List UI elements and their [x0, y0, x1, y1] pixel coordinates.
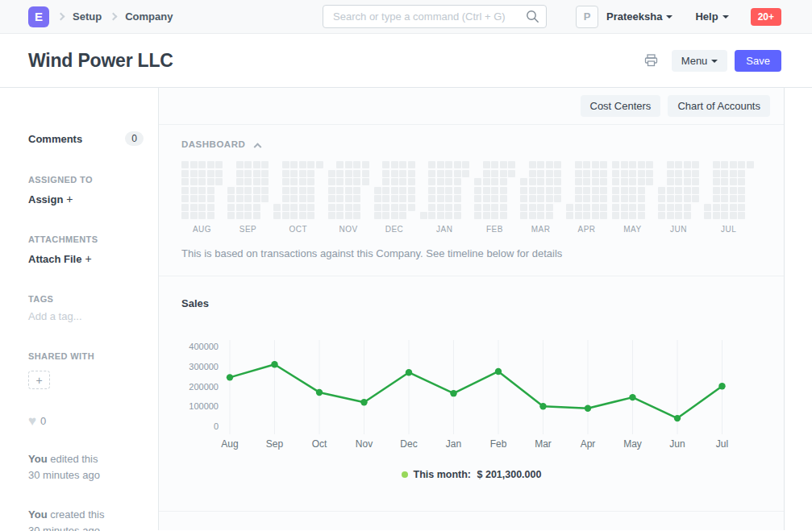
heatmap-cell[interactable]: [629, 161, 636, 168]
heatmap-cell[interactable]: [345, 170, 352, 177]
heatmap-cell[interactable]: [215, 178, 223, 185]
heatmap-cell[interactable]: [592, 178, 599, 185]
chart-of-accounts-button[interactable]: Chart of Accounts: [668, 95, 770, 117]
heatmap-cell[interactable]: [575, 187, 582, 194]
heatmap-cell[interactable]: [253, 212, 260, 219]
heatmap-cell[interactable]: [537, 195, 544, 202]
heatmap-cell[interactable]: [667, 170, 674, 177]
chart-point[interactable]: [629, 394, 635, 400]
save-button[interactable]: Save: [735, 50, 781, 72]
heatmap-cell[interactable]: [391, 170, 398, 177]
heatmap-cell[interactable]: [592, 170, 599, 177]
heatmap-cell[interactable]: [491, 178, 498, 185]
heatmap-cell[interactable]: [190, 204, 198, 211]
heatmap-cell[interactable]: [307, 187, 314, 194]
heatmap-cell[interactable]: [537, 170, 544, 177]
heatmap-cell[interactable]: [207, 161, 214, 168]
heatmap-cell[interactable]: [692, 170, 699, 177]
heatmap-cell[interactable]: [437, 161, 444, 168]
heatmap-cell[interactable]: [198, 204, 206, 211]
heatmap-cell[interactable]: [290, 195, 298, 202]
heatmap-cell[interactable]: [713, 212, 720, 219]
heatmap-cell[interactable]: [554, 178, 561, 185]
heatmap-cell[interactable]: [667, 178, 674, 185]
heatmap-cell[interactable]: [600, 178, 607, 185]
heatmap-cell[interactable]: [684, 187, 691, 194]
heatmap-cell[interactable]: [428, 161, 435, 168]
heatmap-cell[interactable]: [621, 204, 628, 211]
heatmap-cell[interactable]: [704, 204, 711, 211]
heatmap-cell[interactable]: [399, 212, 406, 219]
heatmap-cell[interactable]: [629, 170, 636, 177]
heatmap-cell[interactable]: [583, 161, 590, 168]
heatmap-cell[interactable]: [236, 178, 244, 185]
heatmap-cell[interactable]: [244, 212, 252, 219]
heatmap-cell[interactable]: [592, 204, 599, 211]
heatmap-cell[interactable]: [273, 204, 281, 211]
heatmap-cell[interactable]: [491, 161, 498, 168]
heatmap-cell[interactable]: [236, 195, 244, 202]
heatmap-cell[interactable]: [181, 204, 189, 211]
heatmap-cell[interactable]: [198, 170, 206, 177]
heatmap-cell[interactable]: [675, 178, 682, 185]
heatmap-cell[interactable]: [198, 195, 206, 202]
heatmap-cell[interactable]: [353, 178, 360, 185]
heatmap-cell[interactable]: [244, 161, 252, 168]
heatmap-cell[interactable]: [374, 212, 381, 219]
heatmap-cell[interactable]: [307, 204, 314, 211]
heatmap-cell[interactable]: [362, 170, 369, 177]
heatmap-cell[interactable]: [236, 170, 244, 177]
heatmap-cell[interactable]: [382, 178, 389, 185]
heatmap-cell[interactable]: [583, 212, 590, 219]
heatmap-cell[interactable]: [554, 170, 561, 177]
heatmap-cell[interactable]: [374, 187, 381, 194]
heatmap-cell[interactable]: [500, 187, 507, 194]
heatmap-cell[interactable]: [529, 212, 536, 219]
heatmap-cell[interactable]: [721, 212, 728, 219]
user-menu[interactable]: Prateeksha: [606, 10, 673, 23]
heatmap-cell[interactable]: [730, 187, 737, 194]
heatmap-cell[interactable]: [353, 204, 360, 211]
heatmap-cell[interactable]: [336, 204, 344, 211]
heatmap-cell[interactable]: [684, 204, 691, 211]
heatmap-cell[interactable]: [236, 212, 244, 219]
heatmap-cell[interactable]: [190, 170, 198, 177]
heatmap-cell[interactable]: [621, 187, 628, 194]
heatmap-cell[interactable]: [600, 204, 607, 211]
heatmap-cell[interactable]: [282, 212, 289, 219]
heatmap-cell[interactable]: [408, 204, 415, 211]
heatmap-cell[interactable]: [658, 195, 665, 202]
heatmap-cell[interactable]: [684, 161, 691, 168]
heatmap-cell[interactable]: [529, 204, 536, 211]
heatmap-cell[interactable]: [399, 187, 406, 194]
heatmap-cell[interactable]: [629, 195, 636, 202]
heatmap-cell[interactable]: [328, 212, 335, 219]
heatmap-cell[interactable]: [600, 187, 607, 194]
heatmap-cell[interactable]: [244, 195, 252, 202]
heatmap-cell[interactable]: [307, 161, 314, 168]
heatmap-cell[interactable]: [454, 195, 461, 202]
heatmap-cell[interactable]: [721, 204, 728, 211]
heatmap-cell[interactable]: [190, 212, 198, 219]
heatmap-cell[interactable]: [730, 170, 737, 177]
heatmap-cell[interactable]: [408, 195, 415, 202]
heatmap-cell[interactable]: [592, 187, 599, 194]
heatmap-cell[interactable]: [290, 212, 298, 219]
heatmap-cell[interactable]: [253, 195, 260, 202]
heatmap-cell[interactable]: [353, 195, 360, 202]
heatmap-cell[interactable]: [600, 195, 607, 202]
heatmap-cell[interactable]: [454, 187, 461, 194]
heatmap-cell[interactable]: [253, 204, 260, 211]
heatmap-cell[interactable]: [566, 204, 573, 211]
heatmap-cell[interactable]: [408, 170, 415, 177]
heatmap-cell[interactable]: [328, 170, 335, 177]
heatmap-cell[interactable]: [382, 187, 389, 194]
chart-point[interactable]: [316, 389, 323, 396]
heatmap-cell[interactable]: [546, 212, 553, 219]
heatmap-cell[interactable]: [345, 195, 352, 202]
heatmap-cell[interactable]: [575, 204, 582, 211]
chart-point[interactable]: [585, 405, 591, 412]
heatmap-cell[interactable]: [299, 161, 306, 168]
heatmap-cell[interactable]: [612, 178, 619, 185]
heatmap-cell[interactable]: [345, 178, 352, 185]
